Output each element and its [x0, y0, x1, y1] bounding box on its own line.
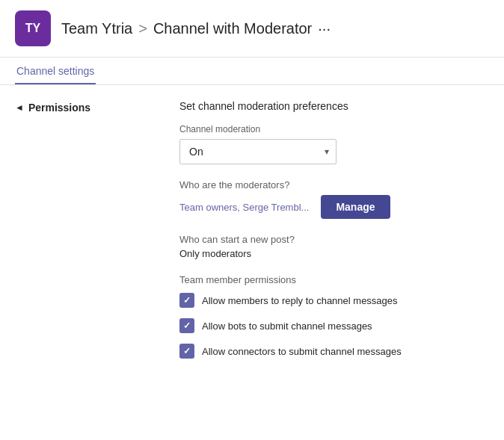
checkbox-bots-icon[interactable] [179, 318, 194, 333]
who-can-post-section: Who can start a new post? Only moderator… [179, 234, 489, 259]
header-title: Team Ytria > Channel with Moderator ··· [61, 20, 331, 37]
breadcrumb-separator: > [138, 20, 147, 37]
collapse-arrow-icon: ◄ [15, 102, 24, 113]
channel-name: Channel with Moderator [153, 20, 312, 37]
team-name: Team Ytria [61, 20, 132, 37]
checkbox-connectors-label: Allow connectors to submit channel messa… [202, 346, 402, 357]
moderators-label: Who are the moderators? [179, 179, 489, 190]
main-content: ◄ Permissions Set channel moderation pre… [0, 85, 504, 440]
channel-moderation-select-wrapper: On Off ▾ [179, 139, 336, 164]
manage-button[interactable]: Manage [321, 195, 390, 219]
avatar: TY [15, 10, 51, 46]
app-header: TY Team Ytria > Channel with Moderator ·… [0, 0, 504, 58]
moderators-link[interactable]: Team owners, Serge Trembl... [179, 202, 309, 213]
moderators-section: Who are the moderators? Team owners, Ser… [179, 179, 489, 219]
more-options-icon[interactable]: ··· [318, 20, 331, 37]
who-can-post-value: Only moderators [179, 248, 489, 259]
checkbox-row-1: Allow members to reply to channel messag… [179, 293, 489, 308]
checkbox-bots-label: Allow bots to submit channel messages [202, 320, 372, 332]
member-permissions-section: Team member permissions Allow members to… [179, 274, 489, 359]
checkbox-row-2: Allow bots to submit channel messages [179, 318, 489, 333]
checkbox-row-3: Allow connectors to submit channel messa… [179, 344, 489, 359]
checkbox-reply-label: Allow members to reply to channel messag… [202, 295, 398, 306]
left-panel: ◄ Permissions [15, 100, 165, 369]
checkbox-connectors-icon[interactable] [179, 344, 194, 359]
permissions-label: Permissions [28, 102, 90, 114]
tab-channel-settings[interactable]: Channel settings [15, 58, 96, 84]
checkbox-reply-icon[interactable] [179, 293, 194, 308]
permissions-toggle[interactable]: ◄ Permissions [15, 102, 165, 114]
section-title: Set channel moderation preferences [179, 100, 489, 112]
right-panel: Set channel moderation preferences Chann… [165, 100, 489, 369]
settings-layout: ◄ Permissions Set channel moderation pre… [0, 85, 504, 384]
channel-moderation-select[interactable]: On Off [179, 139, 336, 164]
tabs-bar: Channel settings [0, 58, 504, 85]
who-can-post-label: Who can start a new post? [179, 234, 489, 245]
moderators-row: Team owners, Serge Trembl... Manage [179, 195, 489, 219]
channel-moderation-label: Channel moderation [179, 124, 489, 134]
member-permissions-title: Team member permissions [179, 274, 489, 285]
